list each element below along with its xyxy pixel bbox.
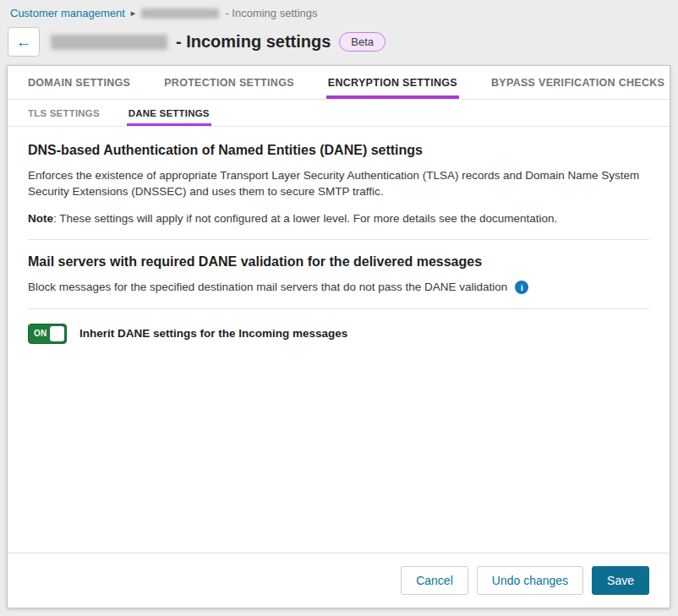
content-area: DNS-based Authentication of Named Entiti…: [8, 127, 670, 553]
note-body: : These settings will apply if not confi…: [53, 212, 557, 225]
toggle-on-label: ON: [34, 329, 46, 338]
breadcrumb: Customer management ▸ - Incoming setting…: [7, 5, 670, 25]
divider: [28, 239, 649, 240]
inherit-dane-toggle-row: ON Inherit DANE settings for the Incomin…: [28, 324, 649, 344]
inherit-dane-toggle[interactable]: ON: [28, 324, 67, 344]
footer-actions: Cancel Undo changes Save: [8, 553, 670, 608]
dane-section-note: Note: These settings will apply if not c…: [28, 210, 649, 226]
sub-tabs: TLS SETTINGS DANE SETTINGS: [8, 100, 670, 127]
mail-servers-description: Block messages for the specified destina…: [28, 279, 507, 295]
tab-protection-settings[interactable]: PROTECTION SETTINGS: [162, 66, 296, 99]
breadcrumb-separator-icon: ▸: [131, 8, 136, 19]
mail-servers-description-row: Block messages for the specified destina…: [28, 279, 649, 295]
dane-section-description: Enforces the existence of appropriate Tr…: [28, 167, 649, 199]
page-title-suffix: - Incoming settings: [176, 32, 331, 52]
breadcrumb-current: - Incoming settings: [225, 7, 317, 19]
inherit-dane-toggle-label: Inherit DANE settings for the Incoming m…: [79, 327, 347, 340]
main-tabs: DOMAIN SETTINGS PROTECTION SETTINGS ENCR…: [8, 66, 670, 100]
tab-bypass-verification-checks[interactable]: BYPASS VERIFICATION CHECKS: [489, 66, 666, 99]
undo-changes-button[interactable]: Undo changes: [477, 566, 583, 595]
page-header: ← - Incoming settings Beta: [7, 25, 670, 65]
tab-domain-settings[interactable]: DOMAIN SETTINGS: [26, 66, 132, 99]
back-button[interactable]: ←: [8, 27, 40, 57]
redacted-breadcrumb-text: [141, 8, 219, 19]
tab-encryption-settings[interactable]: ENCRYPTION SETTINGS: [326, 66, 459, 99]
redacted-title-text: [51, 35, 167, 50]
page-title: - Incoming settings Beta: [51, 32, 385, 52]
subtab-dane-settings[interactable]: DANE SETTINGS: [127, 100, 211, 126]
dane-section-heading: DNS-based Authentication of Named Entiti…: [28, 143, 649, 158]
beta-badge: Beta: [339, 32, 385, 52]
breadcrumb-link-customer-management[interactable]: Customer management: [10, 7, 125, 19]
divider: [28, 308, 649, 309]
cancel-button[interactable]: Cancel: [401, 566, 468, 595]
note-label: Note: [28, 212, 53, 225]
subtab-tls-settings[interactable]: TLS SETTINGS: [26, 100, 101, 126]
save-button[interactable]: Save: [592, 566, 649, 595]
mail-servers-section-heading: Mail servers with required DANE validati…: [28, 254, 649, 270]
toggle-knob: [50, 326, 64, 341]
settings-card: DOMAIN SETTINGS PROTECTION SETTINGS ENCR…: [7, 65, 670, 608]
info-icon[interactable]: i: [515, 281, 528, 294]
back-arrow-icon: ←: [16, 33, 32, 52]
page: Customer management ▸ - Incoming setting…: [0, 0, 678, 616]
